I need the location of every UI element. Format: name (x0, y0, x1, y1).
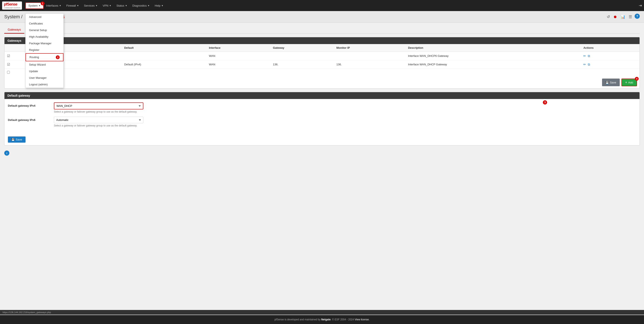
add-plus-icon: + (625, 80, 627, 84)
table-header-row: Name Default Interface Gateway Monitor I… (4, 44, 640, 52)
save-row: 💾 Save (4, 134, 640, 145)
ipv4-label: Default gateway IPv4 (8, 102, 50, 107)
gateways-panel: Gateways Name Default Interface Gateway … (4, 37, 640, 89)
info-icon[interactable]: i (4, 150, 9, 156)
nav-item-vpn[interactable]: VPN ▼ (100, 3, 114, 8)
row1-copy-icon[interactable]: ⧉ (588, 54, 590, 58)
nav-firewall-arrow: ▼ (77, 4, 79, 7)
nav-interfaces-arrow: ▼ (59, 4, 61, 7)
help-button[interactable]: ? (635, 14, 640, 19)
save-label: Save (610, 81, 616, 84)
row1-interface: WAN (206, 52, 270, 60)
add-label: Add (628, 81, 633, 84)
dropdown-item-advanced[interactable]: Advanced (26, 14, 64, 20)
nav-item-firewall[interactable]: Firewall ▼ (64, 3, 82, 8)
row2-description: Interface WAN_DHCP Gateway (406, 60, 581, 69)
row1-edit-icon[interactable]: ✏ (583, 54, 586, 58)
system-menu-wrapper: System ▼ 1 Advanced Certificates General… (25, 2, 44, 9)
row1-default (122, 52, 206, 60)
tab-bar: Gateways Gateway Groups (4, 26, 640, 34)
dropdown-item-routing[interactable]: Routing 2 (26, 53, 64, 61)
default-gateway-form: Default gateway IPv4 WAN_DHCP WAN_DHCP6 … (4, 99, 640, 134)
nav-services-arrow: ▼ (96, 4, 98, 7)
save-dg-label: Save (16, 138, 22, 141)
row2-actions: ✏ ⧉ (581, 60, 640, 69)
ipv4-select-badge: 3 (543, 100, 547, 104)
col-description: Description (406, 44, 581, 52)
add-btn-wrapper: + Add 4 (622, 78, 637, 86)
row1-actions: ✏ ⧉ (581, 52, 640, 60)
row2-gateway: 136. (270, 60, 334, 69)
chart-button[interactable]: 📊 (620, 14, 626, 20)
ipv4-row: Default gateway IPv4 WAN_DHCP WAN_DHCP6 … (8, 102, 636, 113)
ipv6-gateway-select[interactable]: Automatic WAN_DHCP6 None (54, 117, 143, 123)
col-monitor-ip: Monitor IP (334, 44, 406, 52)
nav-interfaces-label: Interfaces (46, 4, 58, 7)
nav-item-help[interactable]: Help ▼ (152, 3, 166, 8)
nav-vpn-arrow: ▼ (109, 4, 112, 7)
dropdown-item-user-manager[interactable]: User Manager (26, 74, 64, 81)
nav-status-label: Status (116, 4, 124, 7)
logo-pf: pf (4, 2, 7, 6)
record-button[interactable]: ⏺ (612, 14, 618, 20)
list-button[interactable]: ☰ (628, 14, 633, 20)
save-default-gateway-button[interactable]: 💾 Save (8, 136, 26, 143)
routing-badge: 2 (56, 55, 60, 59)
nav-item-services[interactable]: Services ▼ (81, 3, 100, 8)
dropdown-item-general-setup[interactable]: General Setup (26, 27, 64, 33)
ipv6-help-text: Select a gateway or failover gateway gro… (54, 124, 636, 127)
nav-system-label: System (28, 4, 38, 7)
ipv6-row: Default gateway IPv6 Automatic WAN_DHCP6… (8, 117, 636, 127)
row2-default: Default (IPv4) (122, 60, 206, 69)
col-default: Default (122, 44, 206, 52)
signout-button[interactable]: ⇥ (639, 3, 642, 8)
table-row-empty (4, 69, 640, 77)
empty-cell (36, 69, 640, 77)
dropdown-item-package-manager[interactable]: Package Manager (26, 40, 64, 47)
row1-description: Interface WAN_DHCP6 Gateway (406, 52, 581, 60)
nav-firewall-label: Firewall (66, 4, 76, 7)
default-gateway-panel: Default gateway Default gateway IPv4 WAN… (4, 92, 640, 145)
add-button[interactable]: + Add (622, 78, 637, 86)
col-gateway: Gateway (270, 44, 334, 52)
gateways-panel-header: Gateways (4, 37, 640, 44)
routing-label: Routing (30, 55, 39, 59)
dropdown-item-high-availability[interactable]: High Availability (26, 33, 64, 40)
row2-copy-icon[interactable]: ⧉ (588, 63, 590, 66)
dropdown-item-logout[interactable]: Logout (admin) (26, 81, 64, 88)
ipv4-gateway-select[interactable]: WAN_DHCP WAN_DHCP6 Automatic None (54, 102, 143, 109)
save-icon: 💾 (606, 81, 609, 84)
dropdown-item-register[interactable]: Register (26, 47, 64, 53)
row2-edit-icon[interactable]: ✏ (583, 63, 586, 66)
dropdown-item-certificates[interactable]: Certificates (26, 20, 64, 27)
nav-system-arrow: ▼ (38, 4, 41, 7)
tab-gateways[interactable]: Gateways (4, 26, 24, 34)
brand-logo: pfSense COMMUNITY EDITION (2, 1, 23, 9)
row2-interface: WAN (206, 60, 270, 69)
nav-item-status[interactable]: Status ▼ (114, 3, 130, 8)
dropdown-item-update[interactable]: Update (26, 68, 64, 74)
main-content: Gateways Gateway Groups Gateways Name De… (0, 23, 644, 159)
nav-diagnostics-arrow: ▼ (148, 4, 150, 7)
table-btn-row: 💾 Save + Add 4 (4, 76, 640, 88)
col-actions: Actions (581, 44, 640, 52)
nav-items: System ▼ 1 Advanced Certificates General… (25, 2, 332, 9)
gateways-table: Name Default Interface Gateway Monitor I… (4, 44, 640, 76)
nav-vpn-label: VPN (103, 4, 108, 7)
select-all-checkbox[interactable] (7, 71, 10, 74)
table-row: ☑ WAN_DHCP Default (IPv4) WAN 136. 136. … (4, 60, 640, 69)
nav-diagnostics-label: Diagnostics (132, 4, 146, 7)
add-button-badge: 4 (635, 77, 639, 81)
nav-item-diagnostics[interactable]: Diagnostics ▼ (130, 3, 152, 8)
save-table-button[interactable]: 💾 Save (602, 78, 620, 86)
dropdown-item-setup-wizard[interactable]: Setup Wizard (26, 61, 64, 68)
nav-help-arrow: ▼ (161, 4, 163, 7)
save-dg-icon: 💾 (11, 138, 15, 141)
refresh-button[interactable]: ↺ (606, 14, 611, 20)
page-actions: ↺ ⏺ 📊 ☰ ? (606, 14, 640, 20)
breadcrumb-system: System / (4, 14, 22, 19)
col-interface: Interface (206, 44, 270, 52)
logo-sense: Sense (7, 2, 17, 6)
nav-item-system[interactable]: System ▼ 1 (25, 2, 44, 9)
nav-item-interfaces[interactable]: Interfaces ▼ (44, 3, 64, 8)
